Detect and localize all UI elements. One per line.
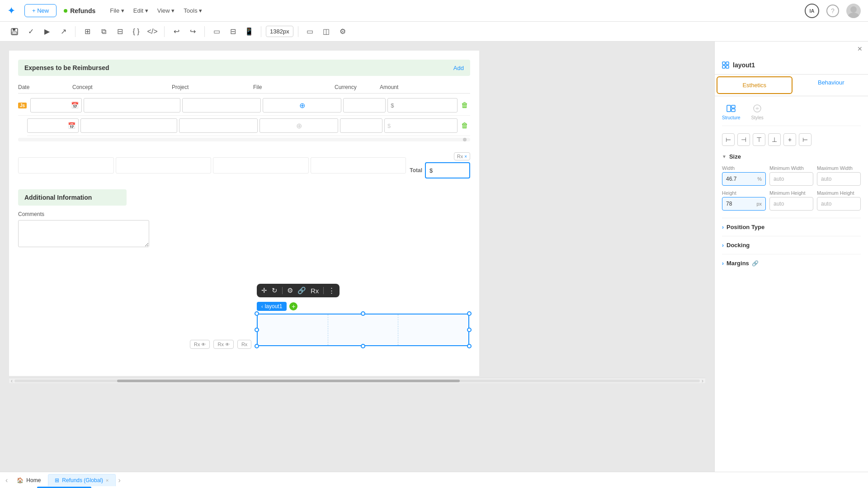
ia-badge[interactable]: IA: [805, 4, 819, 18]
layout1-wrapper: ‹ layout1 +: [257, 302, 469, 346]
save-button[interactable]: [7, 24, 22, 39]
size-section[interactable]: ▼ Size: [722, 153, 861, 160]
redo-button[interactable]: ↪: [185, 24, 200, 39]
position-type-section[interactable]: › Position Type: [722, 218, 861, 236]
align-top[interactable]: ⊥: [768, 133, 781, 146]
align-center-v[interactable]: +: [783, 133, 796, 146]
split-button[interactable]: ⊟: [226, 24, 240, 39]
total-input[interactable]: $: [425, 162, 470, 178]
max-width-group: Maximum Width auto: [817, 165, 861, 186]
amount-cell-1[interactable]: $: [387, 98, 458, 113]
tab-home[interactable]: 🏠 Home: [10, 474, 47, 486]
embed-button[interactable]: </>: [145, 24, 160, 39]
layout1-plus[interactable]: +: [289, 302, 297, 310]
section2-title: Additional Information: [24, 194, 92, 201]
margins-section[interactable]: › Margins 🔗: [722, 254, 861, 272]
max-width-input[interactable]: auto: [817, 172, 861, 186]
rotate-icon[interactable]: ↻: [272, 286, 278, 295]
amount-cell-2[interactable]: $: [384, 118, 458, 133]
scroll-right-icon[interactable]: ›: [702, 378, 703, 384]
check-button[interactable]: ✓: [24, 24, 38, 39]
gear-icon[interactable]: ⚙: [287, 286, 293, 295]
project-cell-1[interactable]: [182, 98, 261, 113]
date-cell-2[interactable]: 📅: [27, 118, 79, 133]
js-badge: Js: [18, 103, 27, 108]
handle-mr[interactable]: [467, 328, 472, 332]
responsive-button[interactable]: ◫: [319, 24, 334, 39]
rx-icon-float[interactable]: Rx: [311, 287, 319, 295]
date-cell-1[interactable]: 📅: [30, 98, 82, 113]
link-chain-icon: 🔗: [752, 260, 759, 267]
styles-icon-group[interactable]: Styles: [751, 103, 764, 120]
link-icon[interactable]: 🔗: [297, 286, 306, 295]
file-cell-2[interactable]: ⊕: [259, 118, 338, 133]
comments-textarea[interactable]: [18, 220, 149, 247]
h-scrollbar[interactable]: ‹ ›: [9, 378, 705, 383]
grid-button[interactable]: ⊞: [80, 24, 94, 39]
tab-refunds[interactable]: ⊞ Refunds (Global) ×: [48, 474, 115, 486]
window-button[interactable]: ▭: [209, 24, 224, 39]
tab-esthetics[interactable]: Esthetics: [717, 76, 793, 94]
handle-tr[interactable]: [467, 311, 472, 316]
align-left[interactable]: ⊢: [722, 133, 735, 146]
code-button[interactable]: { }: [129, 24, 143, 39]
align-right[interactable]: ⊤: [753, 133, 765, 146]
mobile-button[interactable]: 📱: [242, 24, 256, 39]
add-button[interactable]: Add: [453, 65, 464, 71]
export-button[interactable]: ↗: [56, 24, 71, 39]
align-center-h[interactable]: ⊣: [737, 133, 750, 146]
handle-br[interactable]: [467, 344, 472, 348]
width-input[interactable]: 46.7 %: [722, 172, 766, 186]
tab-behaviour[interactable]: Behaviour: [794, 75, 868, 96]
handle-tl[interactable]: [255, 311, 259, 316]
menu-tools[interactable]: Tools ▾: [184, 7, 202, 14]
handle-ml[interactable]: [255, 328, 259, 332]
scroll-thumb[interactable]: [117, 380, 460, 382]
concept-cell-2[interactable]: [80, 118, 177, 133]
help-button[interactable]: ?: [826, 5, 839, 17]
scroll-right-tab[interactable]: ›: [118, 476, 121, 484]
docking-section[interactable]: › Docking: [722, 236, 861, 254]
max-height-input[interactable]: auto: [817, 197, 861, 211]
menu-file[interactable]: File ▾: [110, 7, 124, 14]
menu-view[interactable]: View ▾: [157, 7, 175, 14]
layers-button[interactable]: ⧉: [96, 24, 111, 39]
undo-button[interactable]: ↩: [169, 24, 184, 39]
height-input[interactable]: 78 px: [722, 197, 766, 211]
move-icon[interactable]: ✛: [261, 286, 267, 295]
width-value: 46.7: [726, 176, 736, 182]
rx-text: Rx: [457, 154, 463, 159]
file-cell-1[interactable]: ⊕: [263, 98, 341, 113]
layout1-label[interactable]: ‹ layout1: [257, 302, 287, 311]
table-row: 📅 ⊕ $ 🗑: [27, 116, 470, 136]
handle-tm[interactable]: [361, 311, 365, 316]
desktop-button[interactable]: ▭: [303, 24, 317, 39]
new-button[interactable]: + New: [24, 4, 57, 17]
handle-bm[interactable]: [361, 344, 365, 348]
layout1-selection[interactable]: [257, 314, 469, 346]
min-height-input[interactable]: auto: [769, 197, 813, 211]
align-bottom[interactable]: ⊢: [799, 133, 811, 146]
currency-cell-1[interactable]: [343, 98, 386, 113]
project-cell-2[interactable]: [179, 118, 258, 133]
min-width-input[interactable]: auto: [769, 172, 813, 186]
filter-button[interactable]: ⊟: [113, 24, 127, 39]
currency-cell-2[interactable]: [340, 118, 382, 133]
size-chevron: ▼: [722, 154, 726, 159]
structure-icon-group[interactable]: Structure: [722, 103, 741, 120]
home-icon: 🏠: [17, 477, 24, 483]
canvas-area[interactable]: Expenses to be Reimbursed Add Date Conce…: [0, 42, 714, 472]
panel-close-row: ✕: [715, 42, 868, 56]
scroll-left-icon[interactable]: ‹: [11, 378, 13, 384]
more-icon[interactable]: ⋮: [328, 286, 335, 295]
delete-row-1[interactable]: 🗑: [459, 99, 470, 111]
menu-edit[interactable]: Edit ▾: [133, 7, 148, 14]
delete-row-2[interactable]: 🗑: [459, 120, 470, 131]
scroll-left-tab[interactable]: ‹: [5, 476, 8, 484]
concept-cell-1[interactable]: [84, 98, 180, 113]
handle-bl[interactable]: [255, 344, 259, 348]
close-icon[interactable]: ✕: [857, 45, 863, 52]
settings3-button[interactable]: ⚙: [335, 24, 350, 39]
play-button[interactable]: ▶: [40, 24, 54, 39]
close-tab-icon[interactable]: ×: [106, 478, 108, 483]
